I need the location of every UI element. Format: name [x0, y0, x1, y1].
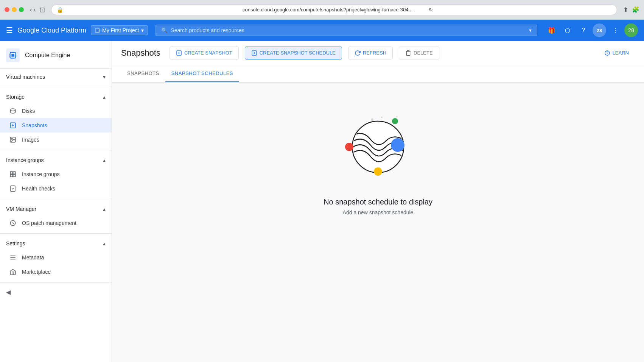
svg-rect-18 [10, 172, 12, 174]
learn-label: LEARN [613, 50, 629, 56]
svg-point-53 [374, 167, 382, 176]
nav-buttons: ‹ › [30, 6, 36, 13]
sidebar-header-label: Compute Engine [25, 52, 70, 59]
sidebar-header: Compute Engine [0, 41, 112, 69]
category-vm-manager[interactable]: VM Manager ▴ [0, 202, 112, 216]
compute-engine-icon [6, 48, 20, 62]
create-schedule-label: CREATE SNAPSHOT SCHEDULE [260, 50, 336, 56]
storage-collapse-icon: ▴ [103, 94, 106, 100]
delete-button[interactable]: DELETE [399, 47, 439, 59]
sidebar-item-instance-groups[interactable]: Instance groups [0, 167, 112, 181]
sidebar-item-marketplace[interactable]: Marketplace [0, 265, 112, 279]
category-vmm-label: VM Manager [6, 206, 36, 212]
topbar-actions: 🎁 ⬡ ? 28 ⋮ 28 [545, 23, 638, 37]
svg-point-50 [345, 143, 353, 151]
svg-point-36 [381, 117, 383, 118]
delete-label: DELETE [414, 50, 433, 56]
svg-rect-19 [13, 172, 16, 174]
refresh-button[interactable]: REFRESH [348, 47, 393, 59]
sidebar-item-os-patch[interactable]: OS patch management [0, 216, 112, 230]
section-vm-manager: VM Manager ▴ OS patch management [0, 201, 112, 232]
address-bar[interactable]: 🔒 console.cloud.google.com/compute/snaps… [51, 5, 617, 15]
traffic-lights [5, 7, 24, 12]
section-virtual-machines: Virtual machines ▾ [0, 69, 112, 85]
snapshots-icon [9, 122, 17, 129]
section-storage: Storage ▴ Disks [0, 89, 112, 148]
instance-groups-label: Instance groups [22, 171, 60, 177]
metadata-icon [9, 254, 17, 261]
sidebar-item-images[interactable]: Images [0, 133, 112, 147]
sidebar-item-disks[interactable]: Disks [0, 104, 112, 118]
search-placeholder-text: Search products and resources [171, 27, 244, 33]
sidebar-item-snapshots[interactable]: Snapshots [0, 118, 112, 133]
support-icon[interactable]: ⬡ [561, 23, 574, 37]
svg-point-51 [391, 138, 404, 152]
close-button[interactable] [5, 7, 9, 12]
category-settings-label: Settings [6, 240, 25, 247]
category-storage[interactable]: Storage ▴ [0, 90, 112, 104]
health-checks-label: Health checks [22, 186, 55, 192]
search-bar[interactable]: 🔍 Search products and resources ▾ [156, 25, 537, 36]
search-dropdown-icon[interactable]: ▾ [529, 27, 532, 33]
images-icon [9, 136, 17, 144]
refresh-label: REFRESH [363, 50, 386, 56]
refresh-icon [355, 50, 361, 56]
avatar[interactable]: 28 [624, 23, 638, 37]
sidebar-item-metadata[interactable]: Metadata [0, 250, 112, 265]
create-schedule-button[interactable]: CREATE SNAPSHOT SCHEDULE [245, 47, 342, 59]
avatar-label: 28 [628, 27, 634, 33]
learn-button[interactable]: LEARN [598, 47, 635, 59]
create-schedule-icon [251, 50, 257, 56]
svg-point-35 [371, 119, 373, 121]
svg-point-17 [11, 138, 12, 139]
url-text: console.cloud.google.com/compute/snapsho… [243, 7, 425, 12]
category-vm-label: Virtual machines [6, 74, 45, 80]
empty-state: No snapshot schedule to display Add a ne… [112, 83, 644, 238]
category-ig-label: Instance groups [6, 157, 44, 163]
minimize-button[interactable] [12, 7, 17, 12]
delete-icon [405, 50, 411, 56]
svg-rect-20 [10, 175, 12, 177]
main-content: Snapshots CREATE SNAPSHOT CREATE SNAPSHO… [112, 41, 644, 362]
project-dropdown-icon: ▾ [141, 27, 144, 33]
help-icon[interactable]: ? [577, 23, 590, 37]
share-icon[interactable]: ⬆ [623, 6, 628, 13]
topbar: ☰ Google Cloud Platform ❑ My First Proje… [0, 20, 644, 41]
create-snapshot-button[interactable]: CREATE SNAPSHOT [170, 47, 239, 59]
search-icon: 🔍 [161, 27, 168, 33]
create-snapshot-icon [176, 50, 182, 56]
marketplace-label: Marketplace [22, 269, 51, 275]
tab-snapshots-label: SNAPSHOTS [127, 70, 159, 76]
os-patch-label: OS patch management [22, 220, 76, 226]
ig-collapse-icon: ▴ [103, 157, 106, 163]
snapshots-label: Snapshots [22, 122, 47, 128]
settings-collapse-icon: ▴ [103, 240, 106, 247]
sidebar-toggle-button[interactable]: ⊡ [39, 6, 45, 14]
tab-snapshots[interactable]: SNAPSHOTS [121, 65, 165, 82]
sidebar-item-health-checks[interactable]: Health checks [0, 181, 112, 196]
category-settings[interactable]: Settings ▴ [0, 237, 112, 250]
forward-button[interactable]: › [33, 6, 35, 13]
maximize-button[interactable] [19, 7, 24, 12]
back-button[interactable]: ‹ [30, 6, 32, 13]
browser-actions: ⬆ 🧩 [623, 6, 639, 13]
page-title: Snapshots [121, 48, 160, 58]
category-virtual-machines[interactable]: Virtual machines ▾ [0, 70, 112, 84]
divider-4 [0, 233, 112, 234]
tab-snapshot-schedules[interactable]: SNAPSHOT SCHEDULES [165, 65, 239, 82]
notification-count: 28 [597, 28, 602, 33]
notifications-icon[interactable]: 28 [593, 23, 606, 37]
category-instance-groups[interactable]: Instance groups ▴ [0, 153, 112, 167]
extensions-icon[interactable]: 🧩 [632, 6, 639, 13]
sidebar: Compute Engine Virtual machines ▾ Storag… [0, 41, 112, 362]
divider-3 [0, 199, 112, 199]
vmm-collapse-icon: ▴ [103, 206, 106, 212]
menu-icon[interactable]: ☰ [6, 26, 13, 35]
more-menu-icon[interactable]: ⋮ [608, 23, 622, 37]
browser-chrome: ‹ › ⊡ 🔒 console.cloud.google.com/compute… [0, 0, 644, 20]
os-patch-icon [9, 219, 17, 227]
divider-2 [0, 150, 112, 150]
gift-icon[interactable]: 🎁 [545, 23, 558, 37]
sidebar-collapse-btn[interactable]: ◀ [6, 289, 11, 295]
project-selector[interactable]: ❑ My First Project ▾ [91, 25, 148, 35]
